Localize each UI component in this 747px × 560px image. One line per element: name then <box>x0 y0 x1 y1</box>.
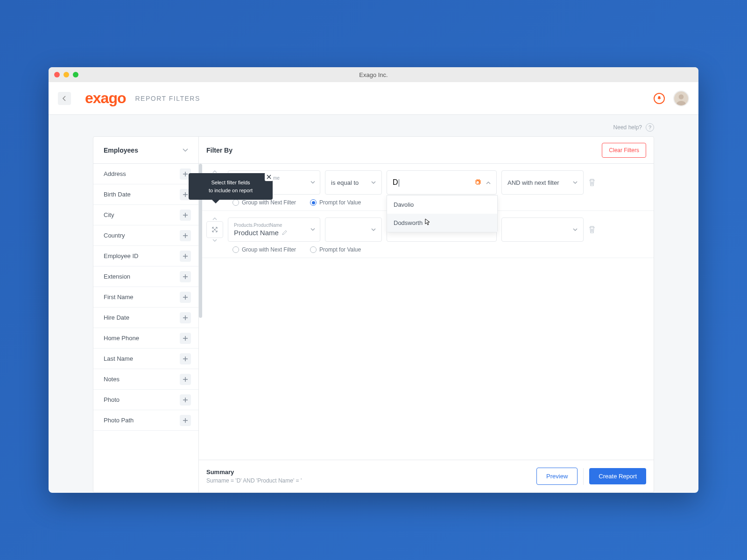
delete-filter-button[interactable] <box>588 178 596 187</box>
report-builder: Employees Address Birth Date City Countr… <box>93 136 654 493</box>
value-suggestions: Davolio Dodsworth <box>387 195 498 232</box>
window-close-button[interactable] <box>54 72 60 77</box>
category-label: Employees <box>104 147 138 154</box>
tooltip-close-button[interactable] <box>265 173 273 181</box>
page-title: REPORT FILTERS <box>135 95 200 102</box>
radio-label: Group with Next Filter <box>242 199 296 206</box>
add-field-button[interactable] <box>180 333 191 344</box>
field-row: Country <box>93 225 198 246</box>
radio-label: Prompt for Value <box>319 246 361 253</box>
window-minimize-button[interactable] <box>63 72 69 77</box>
field-label: Birth Date <box>104 191 131 198</box>
clear-filters-button[interactable]: Clear Filters <box>602 143 646 158</box>
field-alias: Product Name <box>234 229 287 237</box>
operator-select[interactable] <box>325 217 382 242</box>
chevron-down-icon <box>573 181 578 184</box>
content-area: Select filter fields to include on repor… <box>49 115 698 493</box>
preview-button[interactable]: Preview <box>536 468 578 485</box>
field-label: Last Name <box>104 355 133 362</box>
builder-footer: Summary Surname = 'D' AND 'Product Name'… <box>199 460 654 492</box>
filter-title: Filter By <box>206 147 233 154</box>
prompt-for-value-radio[interactable]: Prompt for Value <box>310 246 361 253</box>
radio-icon <box>233 199 239 206</box>
cursor-icon <box>423 218 430 226</box>
suggestion-item[interactable]: Davolio <box>387 196 497 214</box>
plus-icon <box>183 315 188 321</box>
trash-icon <box>588 178 596 187</box>
create-report-button[interactable]: Create Report <box>589 468 646 484</box>
group-with-next-radio[interactable]: Group with Next Filter <box>233 246 296 253</box>
help-row: Need help? ? <box>93 115 654 136</box>
field-row: Photo <box>93 390 198 410</box>
summary-block: Summary Surname = 'D' AND 'Product Name'… <box>206 469 302 484</box>
value-select[interactable]: D Davolio Dodsworth <box>387 170 497 195</box>
tooltip-line2: to include on report <box>196 187 265 195</box>
field-row: Last Name <box>93 349 198 369</box>
field-select[interactable]: Products.ProductName Product Name <box>228 217 320 242</box>
plus-icon <box>183 356 188 362</box>
plus-icon <box>183 294 188 300</box>
edit-icon[interactable] <box>282 230 287 236</box>
add-field-button[interactable] <box>180 271 191 282</box>
notifications-button[interactable] <box>654 93 665 104</box>
divider <box>583 468 584 485</box>
logic-select[interactable] <box>501 217 584 242</box>
arrows-icon <box>211 226 218 233</box>
logic-select[interactable]: AND with next filter <box>501 170 584 195</box>
plus-icon <box>183 336 188 341</box>
add-field-button[interactable] <box>180 230 191 241</box>
add-field-button[interactable] <box>180 251 191 262</box>
suggestion-item[interactable]: Dodsworth <box>387 214 497 232</box>
add-field-button[interactable] <box>180 374 191 385</box>
operator-label: is equal to <box>331 179 359 186</box>
radio-label: Group with Next Filter <box>242 246 296 253</box>
prompt-for-value-radio[interactable]: Prompt for Value <box>310 199 361 206</box>
app-header: exago REPORT FILTERS <box>49 82 698 115</box>
field-label: Notes <box>104 376 120 383</box>
plus-icon <box>183 418 188 423</box>
help-button[interactable]: ? <box>646 123 654 132</box>
add-field-button[interactable] <box>180 210 191 221</box>
plus-icon <box>183 397 188 403</box>
field-row: Notes <box>93 369 198 390</box>
close-icon <box>267 175 271 179</box>
delete-filter-button[interactable] <box>588 225 596 234</box>
help-label: Need help? <box>613 124 642 131</box>
field-row: Employee ID <box>93 246 198 266</box>
field-label: Employee ID <box>104 252 138 259</box>
value-text: D <box>393 178 399 187</box>
svg-point-0 <box>679 94 684 99</box>
operator-select[interactable]: is equal to <box>325 170 382 195</box>
chevron-icon <box>486 181 491 184</box>
plus-icon <box>183 192 188 197</box>
add-field-button[interactable] <box>180 353 191 364</box>
group-with-next-radio[interactable]: Group with Next Filter <box>233 199 296 206</box>
window-zoom-button[interactable] <box>73 72 78 77</box>
field-label: Photo Path <box>104 417 134 424</box>
chevron-down-icon <box>183 148 188 152</box>
drag-handle[interactable] <box>206 221 223 238</box>
logic-label: AND with next filter <box>507 179 559 186</box>
window-title: Exago Inc. <box>359 71 388 78</box>
add-field-button[interactable] <box>180 394 191 406</box>
add-field-button[interactable] <box>180 292 191 303</box>
chevron-down-icon <box>573 228 578 231</box>
filter-header: Filter By Clear Filters <box>199 137 654 164</box>
add-field-button[interactable] <box>180 415 191 426</box>
radio-icon <box>310 199 317 206</box>
gear-icon[interactable] <box>474 179 481 186</box>
avatar-image <box>674 91 688 106</box>
app-window: Exago Inc. exago REPORT FILTERS Select f… <box>49 67 698 493</box>
category-select[interactable]: Employees <box>93 137 198 164</box>
field-label: Home Phone <box>104 335 139 342</box>
onboarding-tooltip: Select filter fields to include on repor… <box>189 173 273 200</box>
plus-icon <box>183 274 188 280</box>
back-button[interactable] <box>58 92 71 105</box>
add-field-button[interactable] <box>180 312 191 323</box>
field-row: Home Phone <box>93 328 198 349</box>
summary-title: Summary <box>206 469 302 476</box>
radio-icon <box>233 246 239 253</box>
avatar[interactable] <box>673 91 689 106</box>
reorder-handle[interactable] <box>206 217 223 242</box>
field-label: Hire Date <box>104 314 129 321</box>
